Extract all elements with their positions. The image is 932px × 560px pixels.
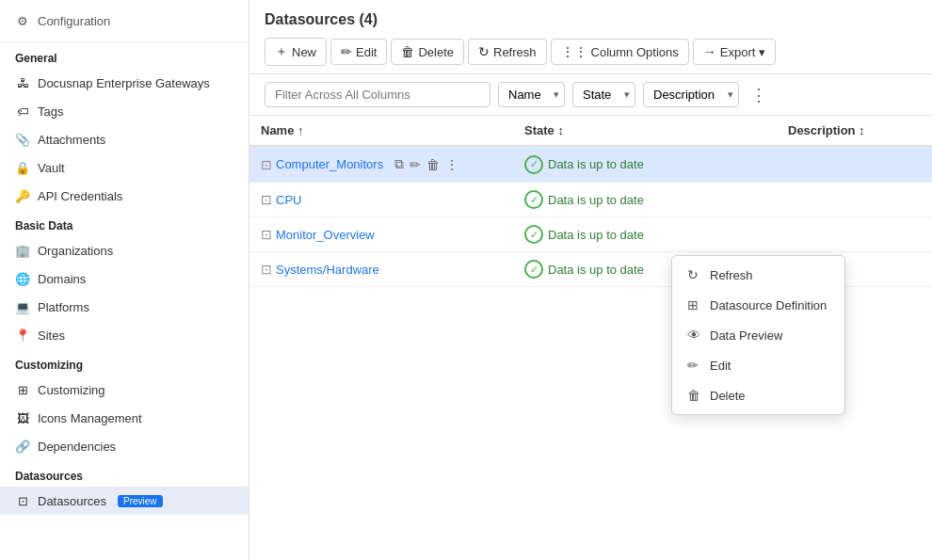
gear-icon: ⚙ — [15, 13, 30, 28]
preview-icon: 👁 — [687, 328, 702, 343]
sidebar-item-label: Sites — [38, 328, 65, 343]
export-icon: → — [703, 44, 716, 59]
context-menu-item-datasource-definition[interactable]: ⊞ Datasource Definition — [672, 290, 844, 320]
columns-icon: ⋮⋮ — [561, 44, 587, 59]
state-filter-select[interactable]: State — [572, 82, 635, 107]
preview-badge: Preview — [118, 495, 163, 507]
context-menu-item-delete[interactable]: 🗑 Delete — [672, 380, 844, 410]
table-row[interactable]: ⊡ Monitor_Overview Data is up to date — [249, 217, 932, 252]
sidebar-item-platforms[interactable]: 💻 Platforms — [0, 293, 249, 321]
sidebar-item-vault[interactable]: 🔒 Vault — [0, 153, 249, 182]
context-menu-label: Datasource Definition — [710, 298, 827, 312]
toolbar: ＋ New ✏ Edit 🗑 Delete ↻ Refresh ⋮⋮ Colum… — [265, 38, 917, 66]
sidebar-item-icons-management[interactable]: 🖼 Icons Management — [0, 404, 249, 432]
context-menu-label: Data Preview — [710, 328, 782, 343]
delete-menu-icon: 🗑 — [687, 388, 702, 403]
row-name-cell: ⊡ Systems/Hardware — [249, 252, 513, 287]
customizing-icon: ⊞ — [15, 382, 30, 397]
chevron-down-icon: ▾ — [759, 45, 765, 59]
table-area: Name ↑ State ↕ Description ↕ ⊡ — [249, 116, 932, 560]
row-name-link[interactable]: Systems/Hardware — [276, 263, 379, 277]
main-content: Datasources (4) ＋ New ✏ Edit 🗑 Delete ↻ … — [249, 0, 932, 560]
section-basic-data: Basic Data — [0, 210, 249, 236]
sidebar-header: ⚙ Configuration — [0, 0, 249, 42]
col-state-label: State ↕ — [524, 123, 564, 137]
page-title: Datasources (4) — [265, 11, 917, 28]
col-header-state[interactable]: State ↕ — [513, 116, 777, 146]
trash-icon: 🗑 — [401, 44, 414, 59]
col-header-description[interactable]: Description ↕ — [777, 116, 932, 146]
context-menu: ↻ Refresh ⊞ Datasource Definition 👁 Data… — [671, 255, 845, 415]
filter-input[interactable] — [265, 82, 490, 107]
org-icon: 🏢 — [15, 243, 30, 258]
row-state-cell: Data is up to date — [513, 183, 777, 217]
attachment-icon: 📎 — [15, 132, 30, 147]
export-label: Export — [720, 45, 756, 59]
sidebar-item-dependencies[interactable]: 🔗 Dependencies — [0, 432, 249, 460]
context-menu-item-data-preview[interactable]: 👁 Data Preview — [672, 320, 844, 350]
new-button[interactable]: ＋ New — [265, 38, 327, 66]
state-filter-wrap: State — [572, 82, 635, 107]
table-row[interactable]: ⊡ Computer_Monitors ⧉ ✏ 🗑 ⋮ Data is up t… — [249, 146, 932, 183]
main-header: Datasources (4) ＋ New ✏ Edit 🗑 Delete ↻ … — [249, 0, 932, 74]
name-filter-select[interactable]: Name — [498, 82, 565, 107]
col-name-label: Name ↑ — [261, 123, 304, 137]
sidebar-item-label: Docusnap Enterprise Gateways — [38, 76, 210, 90]
delete-label: Delete — [418, 45, 454, 59]
context-menu-label: Delete — [710, 389, 746, 403]
sidebar-item-label: Domains — [38, 272, 86, 286]
copy-button[interactable]: ⧉ — [393, 154, 406, 174]
state-badge: Data is up to date — [524, 155, 765, 174]
export-button[interactable]: → Export ▾ — [693, 39, 777, 65]
domain-icon: 🌐 — [15, 271, 30, 286]
gateway-icon: 🖧 — [15, 75, 30, 90]
state-badge: Data is up to date — [524, 190, 765, 209]
row-edit-button[interactable]: ✏ — [408, 155, 423, 174]
edit-button[interactable]: ✏ Edit — [330, 39, 387, 65]
column-options-label: Column Options — [591, 45, 679, 59]
row-delete-button[interactable]: 🗑 — [425, 155, 442, 174]
context-menu-item-edit[interactable]: ✏ Edit — [672, 350, 844, 380]
sidebar-item-label: Datasources — [38, 494, 106, 508]
sidebar-item-label: Customizing — [38, 383, 105, 397]
row-name-link[interactable]: Computer_Monitors — [276, 157, 383, 171]
row-name-cell: ⊡ Monitor_Overview — [249, 217, 513, 252]
sidebar-item-domains[interactable]: 🌐 Domains — [0, 264, 249, 293]
sidebar-item-label: Vault — [38, 161, 65, 175]
sidebar-item-tags[interactable]: 🏷 Tags — [0, 97, 249, 125]
sidebar-item-organizations[interactable]: 🏢 Organizations — [0, 236, 249, 264]
col-header-name[interactable]: Name ↑ — [249, 116, 513, 146]
refresh-icon: ↻ — [478, 44, 490, 59]
sidebar-item-attachments[interactable]: 📎 Attachments — [0, 125, 249, 153]
platform-icon: 💻 — [15, 299, 30, 314]
delete-button[interactable]: 🗑 Delete — [391, 39, 464, 65]
row-desc-cell — [777, 183, 932, 217]
api-icon: 🔑 — [15, 188, 30, 203]
description-filter-select[interactable]: Description — [643, 82, 739, 107]
sidebar-item-label: Organizations — [38, 244, 113, 258]
row-more-button[interactable]: ⋮ — [443, 155, 460, 174]
refresh-button[interactable]: ↻ Refresh — [468, 39, 547, 65]
filter-more-button[interactable]: ⋮ — [747, 83, 771, 107]
context-menu-item-refresh[interactable]: ↻ Refresh — [672, 260, 844, 290]
sidebar-item-enterprise-gateways[interactable]: 🖧 Docusnap Enterprise Gateways — [0, 69, 249, 97]
definition-icon: ⊞ — [687, 297, 702, 312]
table-row[interactable]: ⊡ CPU Data is up to date — [249, 183, 932, 217]
description-filter-wrap: Description — [643, 82, 739, 107]
new-label: New — [292, 45, 316, 59]
row-name-link[interactable]: CPU — [276, 193, 301, 207]
column-options-button[interactable]: ⋮⋮ Column Options — [551, 39, 689, 65]
sidebar-item-label: Icons Management — [38, 411, 142, 425]
sidebar-item-customizing[interactable]: ⊞ Customizing — [0, 376, 249, 404]
refresh-menu-icon: ↻ — [687, 267, 702, 282]
row-name-link[interactable]: Monitor_Overview — [276, 228, 375, 242]
col-desc-label: Description ↕ — [788, 123, 865, 137]
sidebar-item-api-credentials[interactable]: 🔑 API Credentials — [0, 182, 249, 210]
filter-bar: Name State Description ⋮ — [249, 74, 932, 116]
vault-icon: 🔒 — [15, 160, 30, 175]
site-icon: 📍 — [15, 328, 30, 343]
datasource-row-icon: ⊡ — [261, 262, 272, 277]
sidebar-item-sites[interactable]: 📍 Sites — [0, 321, 249, 349]
sidebar-item-datasources[interactable]: ⊡ Datasources Preview — [0, 487, 249, 515]
sidebar-item-label: API Credentials — [38, 189, 122, 203]
